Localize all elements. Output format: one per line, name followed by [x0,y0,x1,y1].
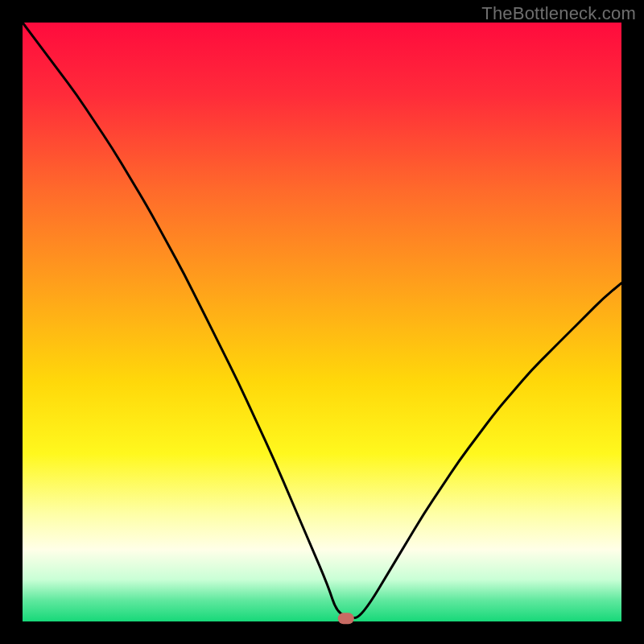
watermark-text: TheBottleneck.com [481,3,636,24]
bottleneck-chart [0,0,644,644]
chart-frame: TheBottleneck.com [0,0,644,644]
bottleneck-marker [338,613,354,624]
plot-background [23,23,621,621]
